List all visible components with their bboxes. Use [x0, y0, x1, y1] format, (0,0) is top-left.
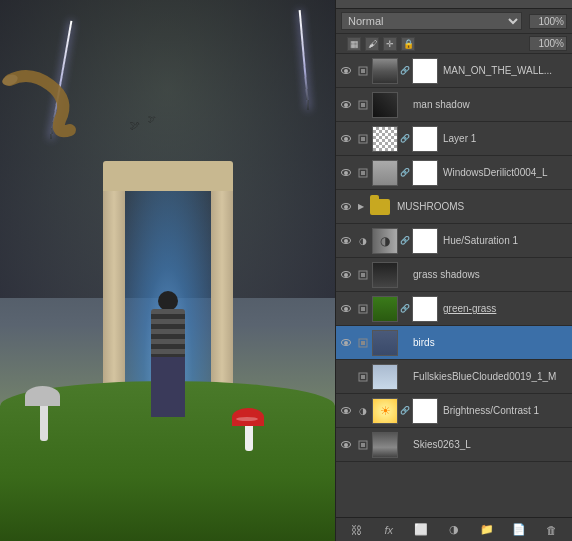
layer-name-label: birds — [410, 337, 570, 348]
layer-name-label: Hue/Saturation 1 — [440, 235, 570, 246]
layer-thumbnail — [372, 296, 398, 322]
layer-name-label: Layer 1 — [440, 133, 570, 144]
layer-name-label: FullskiesBlueClouded0019_1_M — [410, 371, 570, 382]
layer-name-label: MAN_ON_THE_WALL... — [440, 65, 570, 76]
layer-thumbnail — [372, 364, 398, 390]
layer-mask-thumbnail — [412, 398, 438, 424]
visibility-toggle[interactable] — [338, 131, 354, 147]
layer-thumbnail — [372, 58, 398, 84]
visibility-toggle[interactable] — [338, 369, 354, 385]
layer-name-label: grass shadows — [410, 269, 570, 280]
fx-icon[interactable]: fx — [379, 521, 399, 539]
chain-link-icon[interactable]: 🔗 — [400, 236, 408, 245]
svg-rect-10 — [361, 273, 365, 277]
layer-row[interactable]: ◑◑🔗Hue/Saturation 1 — [336, 224, 572, 258]
layer-row[interactable]: 🔗MAN_ON_THE_WALL... — [336, 54, 572, 88]
layer-mask-thumbnail — [412, 296, 438, 322]
opacity-input[interactable] — [529, 14, 567, 29]
opacity-row — [526, 14, 567, 29]
layer-thumbnail — [372, 262, 398, 288]
visibility-toggle[interactable] — [338, 199, 354, 215]
layer-thumbnail: ☀ — [372, 398, 398, 424]
layer-thumbnail — [372, 432, 398, 458]
visibility-toggle[interactable] — [338, 403, 354, 419]
blend-mode-select[interactable]: Normal — [341, 12, 522, 30]
layer-row[interactable]: birds — [336, 326, 572, 360]
svg-rect-14 — [361, 341, 365, 345]
layer-row[interactable]: 🔗WindowsDerilict0004_L — [336, 156, 572, 190]
layers-list[interactable]: 🔗MAN_ON_THE_WALL...man shadow🔗Layer 1🔗Wi… — [336, 54, 572, 517]
lock-fill-row: ▦ 🖌 ✛ 🔒 — [336, 34, 572, 54]
layer-type-icon: ◑ — [356, 234, 370, 248]
layer-type-icon — [356, 166, 370, 180]
panel-title — [336, 0, 572, 9]
layer-row[interactable]: 🔗Layer 1 — [336, 122, 572, 156]
lock-position-icon[interactable]: ✛ — [383, 37, 397, 51]
canvas-area: 🕊 🕊 — [0, 0, 335, 541]
layer-type-icon — [356, 302, 370, 316]
layer-row[interactable]: ▶MUSHROOMS — [336, 190, 572, 224]
layer-type-icon — [356, 132, 370, 146]
visibility-toggle[interactable] — [338, 63, 354, 79]
layer-name-label: man shadow — [410, 99, 570, 110]
svg-rect-4 — [361, 103, 365, 107]
layer-thumbnail — [372, 92, 398, 118]
blend-mode-row: Normal — [336, 9, 572, 34]
visibility-toggle[interactable] — [338, 335, 354, 351]
lock-image-icon[interactable]: 🖌 — [365, 37, 379, 51]
layer-row[interactable]: FullskiesBlueClouded0019_1_M — [336, 360, 572, 394]
visibility-toggle[interactable] — [338, 97, 354, 113]
layer-row[interactable]: Skies0263_L — [336, 428, 572, 462]
chain-link-icon[interactable]: 🔗 — [400, 168, 408, 177]
layer-name-label: green-grass — [440, 303, 570, 314]
layer-thumbnail — [372, 126, 398, 152]
svg-rect-8 — [361, 171, 365, 175]
chain-link-icon[interactable]: 🔗 — [400, 304, 408, 313]
add-mask-icon[interactable]: ⬜ — [411, 521, 431, 539]
visibility-toggle[interactable] — [338, 165, 354, 181]
visibility-toggle[interactable] — [338, 437, 354, 453]
delete-layer-icon[interactable]: 🗑 — [542, 521, 562, 539]
new-layer-icon[interactable]: 📄 — [509, 521, 529, 539]
visibility-toggle[interactable] — [338, 267, 354, 283]
layer-mask-thumbnail — [412, 58, 438, 84]
layer-type-icon — [356, 370, 370, 384]
layer-row[interactable]: 🔗green-grass — [336, 292, 572, 326]
layer-row[interactable]: ◑☀🔗Brightness/Contrast 1 — [336, 394, 572, 428]
layer-name-label: MUSHROOMS — [394, 201, 570, 212]
layer-thumbnail: ◑ — [372, 228, 398, 254]
lock-all-icon[interactable]: 🔒 — [401, 37, 415, 51]
svg-rect-16 — [361, 375, 365, 379]
layer-name-label: Skies0263_L — [410, 439, 570, 450]
visibility-toggle[interactable] — [338, 301, 354, 317]
lock-pixels-icon[interactable]: ▦ — [347, 37, 361, 51]
chain-link-icon[interactable]: 🔗 — [400, 406, 408, 415]
svg-rect-6 — [361, 137, 365, 141]
layer-type-icon — [356, 336, 370, 350]
chain-link-icon[interactable]: 🔗 — [400, 134, 408, 143]
folder-icon — [370, 199, 390, 215]
layers-panel: Normal ▦ 🖌 ✛ 🔒 🔗MAN_ON_THE_WALL...man sh… — [335, 0, 572, 541]
layer-type-icon — [356, 64, 370, 78]
layer-row[interactable]: grass shadows — [336, 258, 572, 292]
svg-rect-12 — [361, 307, 365, 311]
fill-input[interactable] — [529, 36, 567, 51]
scene: 🕊 🕊 — [0, 0, 335, 541]
visibility-toggle[interactable] — [338, 233, 354, 249]
layer-type-icon — [356, 438, 370, 452]
layer-name-label: WindowsDerilict0004_L — [440, 167, 570, 178]
layer-mask-thumbnail — [412, 126, 438, 152]
layer-row[interactable]: man shadow — [336, 88, 572, 122]
link-layers-icon[interactable]: ⛓ — [346, 521, 366, 539]
new-fill-icon[interactable]: ◑ — [444, 521, 464, 539]
folder-arrow-icon[interactable]: ▶ — [356, 202, 366, 212]
layer-thumbnail — [372, 330, 398, 356]
layer-type-icon — [356, 268, 370, 282]
chain-link-icon[interactable]: 🔗 — [400, 66, 408, 75]
layer-mask-thumbnail — [412, 160, 438, 186]
new-group-icon[interactable]: 📁 — [477, 521, 497, 539]
svg-rect-18 — [361, 443, 365, 447]
panel-footer: ⛓ fx ⬜ ◑ 📁 📄 🗑 — [336, 517, 572, 541]
layer-type-icon: ◑ — [356, 404, 370, 418]
layer-type-icon — [356, 98, 370, 112]
